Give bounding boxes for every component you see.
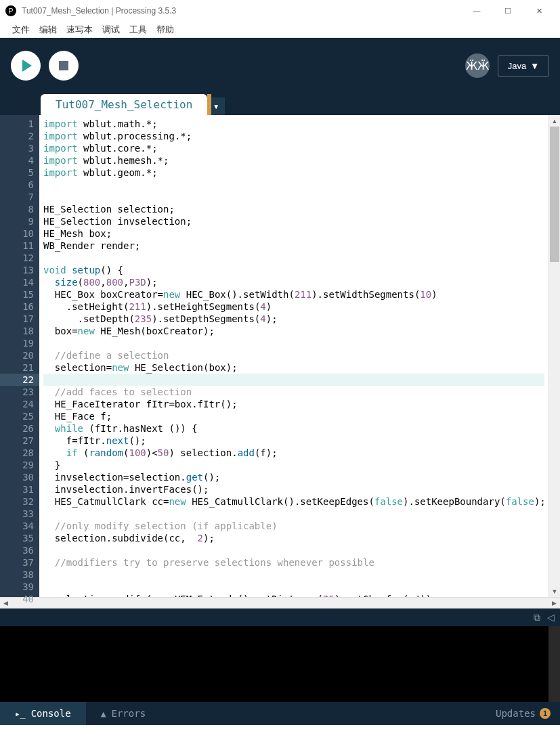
console-output[interactable] [0, 626, 560, 702]
code-line[interactable]: invselection=selection.get(); [43, 471, 544, 483]
menubar: 文件 编辑 速写本 调试 工具 帮助 [0, 22, 560, 38]
scroll-down-arrow[interactable]: ▼ [549, 585, 560, 597]
copy-icon[interactable]: ⧉ [534, 612, 540, 623]
code-line[interactable]: selection.modify(new HEM_Extrude().setDi… [43, 593, 544, 597]
code-line[interactable]: HE_Face f; [43, 410, 544, 422]
code-line[interactable]: if (random(100)<50) selection.add(f); [43, 447, 544, 459]
code-line[interactable] [43, 581, 544, 593]
code-line[interactable] [43, 337, 544, 349]
code-line[interactable] [43, 374, 544, 386]
line-number: 18 [0, 325, 39, 337]
code-line[interactable]: invselection.invertFaces(); [43, 483, 544, 495]
code-line[interactable]: HES_CatmullClark cc=new HES_CatmullClark… [43, 495, 544, 508]
code-line[interactable]: selection.subdivide(cc, 2); [43, 532, 544, 544]
scroll-thumb[interactable] [550, 127, 559, 262]
stop-button[interactable] [49, 51, 79, 81]
close-button[interactable]: ✕ [523, 0, 555, 22]
line-gutter: 1234567891011121314151617181920212223242… [0, 115, 39, 597]
code-line[interactable]: void setup() { [43, 264, 544, 276]
window-controls: — ☐ ✕ [461, 0, 555, 22]
code-line[interactable]: f=fItr.next(); [43, 435, 544, 447]
minimize-button[interactable]: — [461, 0, 492, 22]
code-line[interactable]: HEC_Box boxCreator=new HEC_Box().setWidt… [43, 288, 544, 301]
line-number: 16 [0, 301, 39, 313]
line-number: 4 [0, 154, 39, 167]
code-line[interactable] [43, 179, 544, 191]
vertical-scrollbar[interactable]: ▲ ▼ [548, 115, 560, 597]
maximize-button[interactable]: ☐ [492, 0, 523, 22]
code-line[interactable]: //add faces to selection [43, 386, 544, 398]
horizontal-scrollbar[interactable]: ◀ ▶ [0, 597, 560, 608]
tab-sketch[interactable]: Tut007_Mesh_Selection [41, 94, 207, 115]
line-number: 21 [0, 361, 39, 374]
line-number: 20 [0, 349, 39, 361]
code-line[interactable]: .setHeight(211).setHeightSegments(4) [43, 301, 544, 313]
errors-tab-label: Errors [112, 708, 146, 719]
code-line[interactable]: import wblut.core.*; [43, 142, 544, 154]
tab-console[interactable]: ▸_ Console [0, 702, 86, 725]
code-line[interactable] [43, 252, 544, 264]
code-line[interactable] [43, 569, 544, 581]
code-line[interactable]: import wblut.hemesh.*; [43, 154, 544, 167]
line-number: 32 [0, 495, 39, 508]
code-line[interactable] [43, 508, 544, 520]
code-line[interactable]: box=new HE_Mesh(boxCreator); [43, 325, 544, 337]
code-line[interactable]: //modifiers try to preserve selections w… [43, 556, 544, 569]
scroll-right-arrow[interactable]: ▶ [548, 600, 560, 606]
line-number: 7 [0, 191, 39, 203]
code-line[interactable]: while (fItr.hasNext ()) { [43, 422, 544, 435]
titlebar: P Tut007_Mesh_Selection | Processing 3.5… [0, 0, 560, 22]
tab-bar: Tut007_Mesh_Selection ▼ [0, 93, 560, 115]
line-number: 40 [0, 593, 39, 605]
scroll-up-arrow[interactable]: ▲ [549, 115, 560, 127]
line-number: 29 [0, 459, 39, 471]
code-line[interactable]: import wblut.processing.*; [43, 130, 544, 142]
code-line[interactable]: //only modify selection (if applicable) [43, 520, 544, 532]
chevron-down-icon: ▼ [213, 103, 219, 110]
code-line[interactable]: selection=new HE_Selection(box); [43, 361, 544, 374]
code-area[interactable]: import wblut.math.*;import wblut.process… [39, 115, 548, 597]
code-line[interactable]: //define a selection [43, 349, 544, 361]
code-line[interactable]: .setDepth(235).setDepthSegments(4); [43, 313, 544, 325]
bottom-tabs: ▸_ Console ▲ Errors Updates 1 [0, 702, 560, 725]
editor: 1234567891011121314151617181920212223242… [0, 115, 560, 597]
code-line[interactable]: HE_FaceIterator fItr=box.fItr(); [43, 398, 544, 410]
menu-edit[interactable]: 编辑 [35, 22, 61, 37]
code-line[interactable]: HE_Selection selection; [43, 203, 544, 215]
console-scrollbar[interactable] [548, 626, 560, 702]
tab-label: Tut007_Mesh_Selection [56, 98, 192, 111]
line-number: 5 [0, 167, 39, 179]
line-number: 39 [0, 581, 39, 593]
code-line[interactable]: HE_Mesh box; [43, 227, 544, 240]
code-line[interactable]: import wblut.geom.*; [43, 167, 544, 179]
run-button[interactable] [11, 51, 41, 81]
code-line[interactable] [43, 544, 544, 556]
code-line[interactable]: import wblut.math.*; [43, 118, 544, 130]
line-number: 11 [0, 240, 39, 252]
code-line[interactable]: size(800,800,P3D); [43, 276, 544, 288]
tab-errors[interactable]: ▲ Errors [86, 702, 160, 725]
menu-help[interactable]: 帮助 [152, 22, 178, 37]
window-title: Tut007_Mesh_Selection | Processing 3.5.3 [22, 6, 461, 16]
code-line[interactable]: } [43, 459, 544, 471]
collapse-icon[interactable]: ◁ [547, 612, 555, 623]
line-number: 35 [0, 532, 39, 544]
menu-debug[interactable]: 调试 [98, 22, 124, 37]
line-number: 36 [0, 544, 39, 556]
code-line[interactable]: HE_Selection invselection; [43, 215, 544, 227]
code-line[interactable] [43, 191, 544, 203]
mode-select[interactable]: Java ▼ [498, 55, 549, 77]
menu-file[interactable]: 文件 [8, 22, 34, 37]
line-number: 13 [0, 264, 39, 276]
line-number: 8 [0, 203, 39, 215]
debug-button[interactable]: ӜӜ [465, 53, 490, 78]
line-number: 25 [0, 410, 39, 422]
menu-sketch[interactable]: 速写本 [62, 22, 97, 37]
line-number: 34 [0, 520, 39, 532]
updates-indicator[interactable]: Updates 1 [486, 702, 560, 725]
line-number: 14 [0, 276, 39, 288]
line-number: 24 [0, 398, 39, 410]
line-number: 38 [0, 569, 39, 581]
code-line[interactable]: WB_Render render; [43, 240, 544, 252]
menu-tools[interactable]: 工具 [125, 22, 151, 37]
